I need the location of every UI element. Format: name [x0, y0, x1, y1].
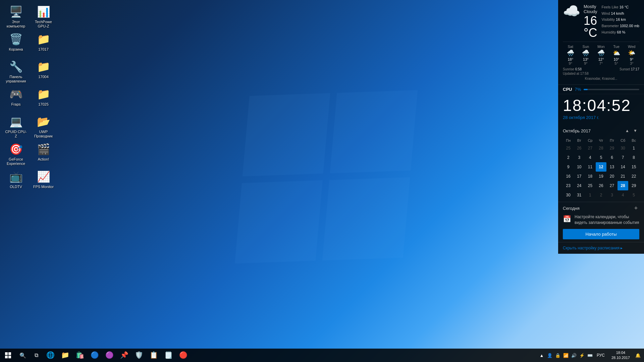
desktop-icon-fraps[interactable]: 🎮 Fraps	[3, 86, 29, 108]
humidity-label: Humidity	[601, 30, 616, 34]
icon-img-folder-17025: 📁	[37, 87, 50, 101]
taskbar-app-app6[interactable]: 📌	[117, 349, 131, 362]
cal-day-2-5[interactable]: 14	[618, 162, 629, 172]
cal-day-0-0[interactable]: 25	[563, 143, 574, 153]
taskbar-app-app9[interactable]: 🗒️	[161, 349, 176, 362]
taskbar-search-button[interactable]: 🔍	[16, 349, 30, 362]
cal-day-5-1[interactable]: 31	[574, 190, 585, 200]
desktop-icon-geforce[interactable]: 🎯 GeForce Experience	[3, 141, 29, 168]
cal-day-2-1[interactable]: 10	[574, 162, 585, 172]
today-add-button[interactable]: +	[633, 205, 639, 212]
forecast-sun-icon: 🌧️	[578, 49, 594, 57]
tray-network[interactable]: 📶	[562, 352, 569, 359]
cal-day-5-6[interactable]: 5	[628, 190, 639, 200]
cal-day-1-6[interactable]: 8	[628, 153, 639, 162]
tray-avatar[interactable]: 👤	[546, 352, 553, 359]
taskbar-app-store[interactable]: 🛍️	[72, 349, 87, 362]
taskbar-app-explorer[interactable]: 📁	[58, 349, 72, 362]
taskbar-app-app7[interactable]: 🛡️	[131, 349, 146, 362]
taskbar-clock[interactable]: 18:04 28.10.2017	[608, 350, 633, 361]
tray-keyboard[interactable]: ⌨️	[587, 352, 593, 359]
cal-day-2-4[interactable]: 13	[606, 162, 618, 172]
weather-details: Feels Like 16 °C Wind 14 km/h Visibility…	[601, 4, 639, 35]
cal-day-5-5[interactable]: 4	[618, 190, 629, 200]
cal-day-3-5[interactable]: 21	[618, 172, 629, 181]
cal-day-2-6[interactable]: 15	[628, 162, 639, 172]
desktop-icon-folder-17025[interactable]: 📁 17025	[31, 86, 56, 108]
desktop-icon-recycle-bin[interactable]: 🗑️ Корзина	[3, 31, 29, 53]
cal-day-5-4[interactable]: 3	[606, 190, 618, 200]
cal-header-Чт: Чт	[596, 137, 607, 143]
cal-day-3-3[interactable]: 19	[596, 172, 607, 181]
tray-battery[interactable]: ⚡	[579, 352, 585, 359]
desktop-icon-fps-monitor[interactable]: 📈 FPS Monitor	[31, 168, 56, 191]
cal-day-3-2[interactable]: 18	[585, 172, 596, 181]
desktop-icon-cpuid[interactable]: 💻 CPUID CPU-Z	[3, 113, 29, 140]
cal-day-4-2[interactable]: 25	[585, 181, 596, 190]
right-panel: ☁️ Mostly Cloudy 16 °C Feels Like 16 °C …	[558, 0, 644, 254]
tray-user[interactable]: 🔒	[554, 352, 561, 359]
cal-day-2-0[interactable]: 9	[563, 162, 574, 172]
taskbar-clock-time: 18:04	[616, 350, 626, 355]
taskbar-app-app8[interactable]: 📋	[146, 349, 161, 362]
cal-day-1-3[interactable]: 5	[596, 153, 607, 162]
desktop-icon-folder-17004[interactable]: 📁 17004	[31, 58, 56, 81]
taskbar-app-app10[interactable]: 🔴	[176, 349, 191, 362]
svg-rect-2	[235, 180, 323, 263]
forecast-sun-hi: 13°	[578, 57, 594, 61]
tray-sound[interactable]: 🔊	[571, 352, 577, 359]
cal-day-0-1[interactable]: 26	[574, 143, 585, 153]
cal-day-5-2[interactable]: 1	[585, 190, 596, 200]
cal-day-5-0[interactable]: 30	[563, 190, 574, 200]
start-button[interactable]	[0, 349, 16, 362]
cal-day-1-0[interactable]: 2	[563, 153, 574, 162]
cal-header-Пт: Пт	[606, 137, 618, 143]
cal-day-1-1[interactable]: 3	[574, 153, 585, 162]
taskbar-language[interactable]: РУС	[595, 353, 607, 358]
task-view-button[interactable]: ⧉	[30, 349, 43, 362]
cal-day-0-2[interactable]: 27	[585, 143, 596, 153]
cal-day-0-4[interactable]: 29	[606, 143, 618, 153]
cal-day-4-6[interactable]: 29	[628, 181, 639, 190]
cal-day-4-0[interactable]: 23	[563, 181, 574, 190]
tray-notifications[interactable]: 🔔	[635, 352, 641, 359]
cal-day-0-3[interactable]: 28	[596, 143, 607, 153]
desktop-icon-folder-17017[interactable]: 📁 17017	[31, 31, 56, 53]
cal-day-3-0[interactable]: 16	[563, 172, 574, 181]
cal-nav-up[interactable]: ▲	[623, 127, 631, 135]
cal-day-0-5[interactable]: 30	[618, 143, 629, 153]
icon-img-control-panel: 🔧	[9, 60, 23, 73]
cal-day-1-2[interactable]: 4	[585, 153, 596, 162]
cal-day-4-1[interactable]: 24	[574, 181, 585, 190]
start-work-button[interactable]: Начало работы	[563, 229, 639, 239]
cal-day-4-5[interactable]: 28	[618, 181, 629, 190]
forecast-mon-lo: 7°	[593, 61, 609, 65]
cal-day-0-6[interactable]: 1	[628, 143, 639, 153]
desktop-icon-control-panel[interactable]: 🔧 Панель управления	[3, 58, 29, 85]
calendar-month-year: Октябрь 2017	[563, 128, 623, 133]
cal-day-1-4[interactable]: 6	[606, 153, 618, 162]
cal-nav-down[interactable]: ▼	[631, 127, 639, 135]
cal-day-4-3[interactable]: 26	[596, 181, 607, 190]
cal-day-3-6[interactable]: 22	[628, 172, 639, 181]
tray-show-hidden[interactable]: ▲	[538, 352, 545, 359]
desktop-icon-this-pc[interactable]: 🖥️ Этот компьютер	[3, 3, 29, 30]
forecast-mon-name: Mon	[593, 45, 609, 49]
hide-schedule-link[interactable]: Скрыть настройку расписания ▸	[558, 242, 644, 254]
cal-day-3-4[interactable]: 20	[606, 172, 618, 181]
cal-day-2-2[interactable]: 11	[585, 162, 596, 172]
desktop-icon-action[interactable]: 🎬 Action!	[31, 141, 56, 163]
cal-day-2-3[interactable]: 12	[596, 162, 607, 172]
desktop-icon-techpowerup[interactable]: 📊 TechPowe GPU-Z	[31, 3, 56, 30]
cal-day-1-5[interactable]: 7	[618, 153, 629, 162]
cal-day-5-3[interactable]: 2	[596, 190, 607, 200]
desktop-icon-uwp[interactable]: 📂 UWP Проводник	[31, 113, 56, 140]
desktop-icon-oldtv[interactable]: 📺 OLDTV	[3, 168, 29, 191]
taskbar-app-winamp[interactable]: 🟣	[102, 349, 117, 362]
cal-day-3-1[interactable]: 17	[574, 172, 585, 181]
taskbar-app-chrome[interactable]: 🔵	[87, 349, 102, 362]
icon-img-fps-monitor: 📈	[37, 170, 50, 183]
taskbar-app-edge[interactable]: 🌐	[43, 349, 58, 362]
barometer-value: 1002.00 mb	[620, 24, 639, 28]
cal-day-4-4[interactable]: 27	[606, 181, 618, 190]
